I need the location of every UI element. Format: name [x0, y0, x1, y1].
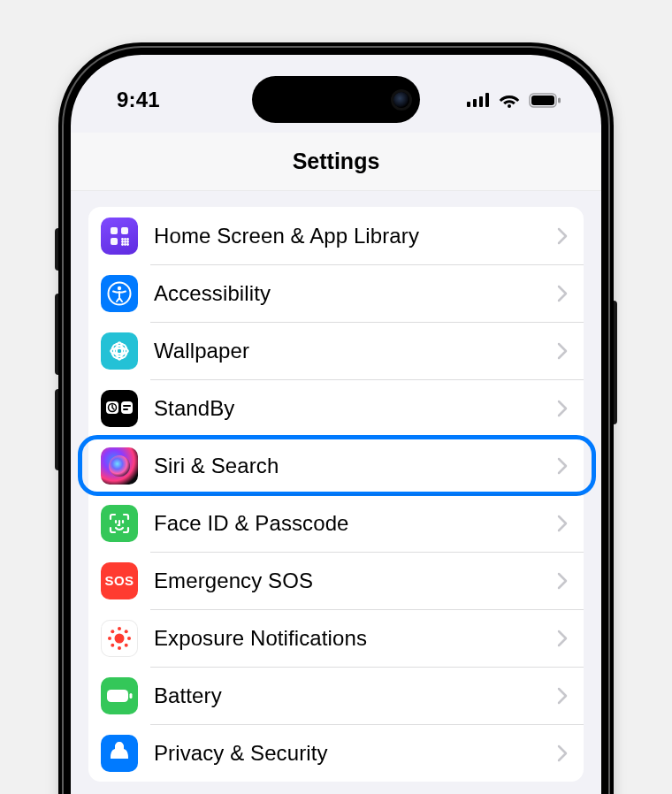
svg-rect-7 — [558, 97, 561, 103]
svg-point-45 — [125, 643, 128, 646]
row-label: Privacy & Security — [154, 741, 557, 766]
svg-point-22 — [117, 348, 122, 354]
svg-rect-2 — [479, 96, 483, 107]
svg-point-4 — [508, 104, 511, 108]
chevron-right-icon — [557, 630, 568, 647]
svg-point-17 — [121, 243, 124, 246]
svg-rect-47 — [130, 693, 133, 699]
svg-rect-32 — [123, 405, 131, 407]
row-privacy[interactable]: Privacy & Security — [88, 724, 584, 782]
svg-point-18 — [124, 243, 126, 246]
row-emergency-sos[interactable]: SOS Emergency SOS — [88, 552, 584, 609]
svg-rect-46 — [107, 690, 128, 702]
row-accessibility[interactable]: Accessibility — [88, 264, 584, 322]
front-camera-icon — [393, 92, 409, 108]
svg-rect-6 — [531, 95, 554, 105]
svg-point-41 — [127, 637, 131, 640]
svg-rect-9 — [121, 227, 128, 234]
row-label: Home Screen & App Library — [154, 224, 557, 248]
page-title: Settings — [293, 149, 380, 174]
svg-rect-31 — [121, 401, 133, 414]
svg-rect-1 — [473, 99, 477, 107]
row-label: Face ID & Passcode — [154, 511, 557, 536]
row-battery[interactable]: Battery — [88, 667, 584, 724]
chevron-right-icon — [557, 744, 568, 762]
volume-up-button[interactable] — [55, 294, 62, 375]
home-screen-icon — [101, 218, 138, 255]
battery-icon — [529, 93, 561, 108]
svg-point-12 — [124, 238, 126, 240]
standby-icon — [101, 390, 138, 427]
svg-point-11 — [121, 238, 124, 240]
chevron-right-icon — [557, 400, 568, 417]
row-home-screen[interactable]: Home Screen & App Library — [88, 207, 584, 264]
chevron-right-icon — [557, 285, 568, 302]
siri-icon — [101, 447, 138, 485]
faceid-icon — [101, 505, 138, 542]
svg-point-19 — [126, 243, 129, 246]
exposure-icon — [101, 620, 138, 657]
chevron-right-icon — [557, 342, 568, 360]
svg-point-44 — [111, 643, 114, 646]
svg-rect-8 — [111, 227, 118, 234]
svg-point-40 — [108, 637, 111, 640]
svg-point-13 — [126, 238, 129, 240]
settings-list: Home Screen & App Library — [88, 207, 584, 782]
sos-icon: SOS — [101, 562, 138, 599]
row-wallpaper[interactable]: Wallpaper — [88, 322, 584, 379]
svg-point-42 — [111, 630, 114, 633]
wallpaper-icon — [101, 332, 138, 370]
stage: 9:41 — [0, 0, 672, 794]
svg-rect-3 — [485, 93, 489, 107]
svg-point-15 — [124, 240, 126, 243]
side-button[interactable] — [610, 301, 617, 424]
svg-point-38 — [118, 627, 121, 630]
row-label: Siri & Search — [154, 454, 557, 478]
volume-down-button[interactable] — [55, 389, 62, 470]
row-label: Exposure Notifications — [154, 626, 557, 651]
battery-settings-icon — [101, 677, 138, 714]
svg-rect-10 — [111, 238, 118, 245]
svg-rect-33 — [123, 408, 128, 410]
nav-header: Settings — [71, 133, 601, 191]
accessibility-icon — [101, 275, 138, 312]
chevron-right-icon — [557, 457, 568, 475]
row-siri-search[interactable]: Siri & Search — [88, 437, 584, 494]
chevron-right-icon — [557, 687, 568, 705]
row-label: Accessibility — [154, 281, 557, 306]
phone-frame: 9:41 — [62, 46, 610, 794]
phone-screen: 9:41 — [71, 55, 601, 794]
dynamic-island — [252, 76, 420, 123]
row-label: Emergency SOS — [154, 569, 557, 593]
cellular-icon — [467, 93, 490, 107]
svg-point-28 — [111, 342, 128, 360]
wifi-icon — [499, 93, 520, 108]
chevron-right-icon — [557, 572, 568, 590]
svg-point-37 — [115, 633, 125, 643]
status-indicators — [467, 93, 561, 108]
svg-point-14 — [121, 240, 124, 243]
svg-point-43 — [125, 630, 128, 633]
status-time: 9:41 — [117, 88, 160, 112]
svg-rect-0 — [467, 102, 470, 107]
row-faceid[interactable]: Face ID & Passcode — [88, 494, 584, 552]
svg-point-16 — [126, 240, 129, 243]
svg-point-39 — [118, 646, 121, 650]
row-standby[interactable]: StandBy — [88, 379, 584, 437]
privacy-icon — [101, 735, 138, 772]
chevron-right-icon — [557, 515, 568, 532]
row-exposure[interactable]: Exposure Notifications — [88, 609, 584, 667]
row-label: Battery — [154, 683, 557, 708]
row-label: StandBy — [154, 396, 557, 421]
content-scroll[interactable]: Home Screen & App Library — [71, 198, 601, 794]
chevron-right-icon — [557, 227, 568, 245]
row-label: Wallpaper — [154, 339, 557, 363]
svg-point-21 — [118, 286, 121, 289]
svg-point-34 — [109, 455, 130, 477]
sos-text: SOS — [104, 573, 134, 588]
mute-switch[interactable] — [55, 228, 62, 271]
